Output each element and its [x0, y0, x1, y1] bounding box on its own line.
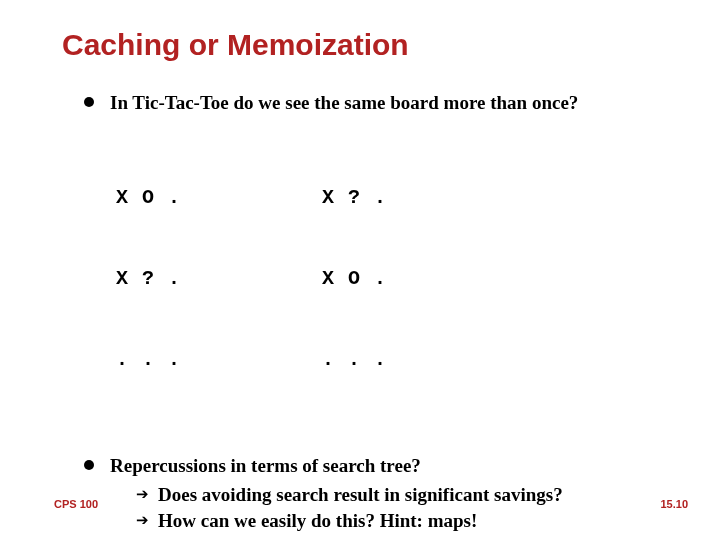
cell: ? [348, 184, 374, 211]
bullet-2-sub-2: How can we easily do this? Hint: maps! [136, 508, 666, 534]
cell: . [168, 265, 194, 292]
bullet-1: In Tic-Tac-Toe do we see the same board … [84, 90, 666, 427]
page-number: 15.10 [660, 498, 688, 510]
slide-title: Caching or Memoization [62, 28, 666, 62]
bullet-1-text: In Tic-Tac-Toe do we see the same board … [110, 92, 578, 113]
board-right: X?. XO. ... [322, 130, 442, 427]
cell: O [348, 265, 374, 292]
cell: X [322, 265, 348, 292]
cell: X [322, 184, 348, 211]
cell: . [142, 346, 168, 373]
cell: . [374, 184, 400, 211]
course-code: CPS 100 [54, 498, 98, 510]
tic-tac-toe-boards: XO. X?. ... X?. XO. ... [116, 130, 666, 427]
bullet-2-text: Repercussions in terms of search tree? [110, 455, 421, 476]
slide: Caching or Memoization In Tic-Tac-Toe do… [0, 0, 720, 540]
cell: . [374, 346, 400, 373]
cell: . [322, 346, 348, 373]
cell: ? [142, 265, 168, 292]
cell: . [116, 346, 142, 373]
bullet-2: Repercussions in terms of search tree? D… [84, 453, 666, 534]
board-left: XO. X?. ... [116, 130, 236, 427]
footer: CPS 100 15.10 [54, 498, 688, 510]
cell: X [116, 265, 142, 292]
cell: . [168, 184, 194, 211]
cell: . [374, 265, 400, 292]
cell: O [142, 184, 168, 211]
bullet-list: In Tic-Tac-Toe do we see the same board … [84, 90, 666, 540]
cell: X [116, 184, 142, 211]
cell: . [168, 346, 194, 373]
cell: . [348, 346, 374, 373]
